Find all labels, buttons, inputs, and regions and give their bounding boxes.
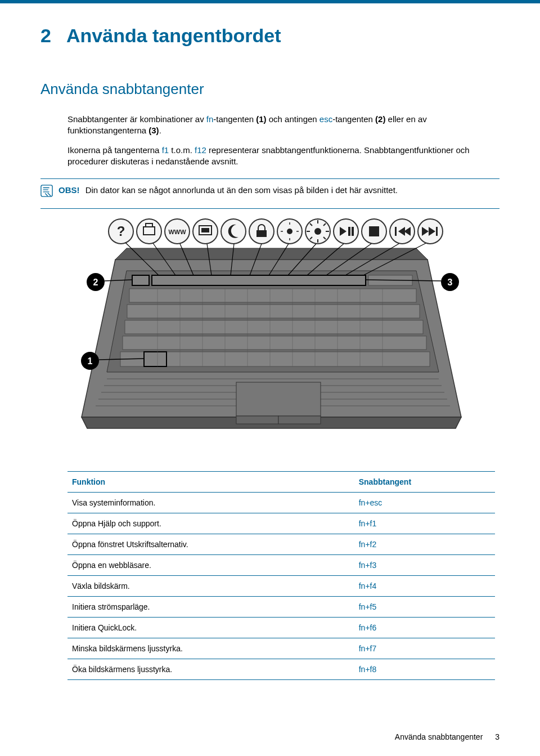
svg-rect-12 <box>278 416 321 424</box>
callout-1: 1 <box>88 356 93 366</box>
icon-bubble-row: ? WWW <box>109 219 443 244</box>
p2-f1-key: f1 <box>162 145 169 155</box>
table-row: Visa systeminformation.fn+esc <box>68 493 495 513</box>
cell-hotkey: fn+f8 <box>354 659 495 680</box>
table-header-function: Funktion <box>68 472 354 493</box>
svg-rect-18 <box>129 289 416 302</box>
section-heading: Använda snabbtangenter <box>40 80 500 98</box>
cell-function: Öppna fönstret Utskriftsalternativ. <box>68 534 354 555</box>
p1-ref-3: (3) <box>148 126 159 135</box>
cell-function: Öppna Hjälp och support. <box>68 513 354 534</box>
note-body: Din dator kan se något annorlunda ut än … <box>86 185 398 195</box>
p2-text-a: Ikonerna på tangenterna <box>68 145 162 155</box>
note-top-rule <box>40 178 500 179</box>
note-bottom-rule <box>40 208 500 209</box>
svg-point-37 <box>137 219 161 244</box>
p2-f12-key: f12 <box>195 145 206 155</box>
cell-hotkey: fn+f3 <box>354 555 495 576</box>
svg-rect-21 <box>123 336 426 350</box>
p1-esc-key: esc <box>320 114 332 124</box>
page-content: 2 Använda tangentbordet Använda snabbtan… <box>0 3 540 680</box>
svg-rect-73 <box>395 227 397 236</box>
svg-rect-13 <box>132 275 149 285</box>
p2-text-b: t.o.m. <box>169 145 195 155</box>
svg-rect-77 <box>436 227 438 236</box>
p1-fn-key: fn <box>206 114 214 124</box>
table-row: Öppna Hjälp och support.fn+f1 <box>68 513 495 534</box>
cell-hotkey: fn+esc <box>354 493 495 513</box>
svg-rect-69 <box>369 226 379 236</box>
svg-rect-67 <box>352 227 354 236</box>
chapter-heading: 2 Använda tangentbordet <box>40 25 500 47</box>
svg-rect-14 <box>152 275 366 285</box>
table-row: Öka bildskärmens ljusstyrka.fn+f8 <box>68 659 495 680</box>
cell-function: Initiera strömsparläge. <box>68 597 354 618</box>
cell-function: Öka bildskärmens ljusstyrka. <box>68 659 354 680</box>
p1-ref-1: (1) <box>256 114 266 124</box>
p1-ref-2: (2) <box>375 114 385 124</box>
table-header-hotkey: Snabbtangent <box>354 472 495 493</box>
svg-text:?: ? <box>117 223 125 239</box>
svg-marker-3 <box>115 248 428 260</box>
cell-function: Visa systeminformation. <box>68 493 354 513</box>
p1-text-a: Snabbtangenter är kombinationer av <box>68 114 206 124</box>
svg-rect-19 <box>127 305 420 318</box>
p1-text-d: -tangenten <box>332 114 375 124</box>
table-row: Initiera QuickLock.fn+f6 <box>68 618 495 638</box>
p1-text-f: . <box>159 126 161 135</box>
svg-point-55 <box>314 228 321 235</box>
page-footer: Använda snabbtangenter 3 <box>395 732 500 741</box>
note-icon <box>40 185 53 197</box>
table-row: Växla bildskärm.fn+f4 <box>68 576 495 597</box>
cell-hotkey: fn+f5 <box>354 597 495 618</box>
table-row: Initiera strömsparläge.fn+f5 <box>68 597 495 618</box>
table-row: Öppna en webbläsare.fn+f3 <box>68 555 495 576</box>
keyboard-diagram: ? WWW <box>68 214 500 451</box>
cell-hotkey: fn+f2 <box>354 534 495 555</box>
svg-rect-20 <box>125 320 423 334</box>
callout-3: 3 <box>448 278 453 287</box>
note-text-container: OBS! Din dator kan se något annorlunda u… <box>58 185 398 196</box>
cell-hotkey: fn+f1 <box>354 513 495 534</box>
svg-rect-11 <box>236 416 278 424</box>
svg-rect-10 <box>236 382 321 416</box>
p1-text-c: och antingen <box>267 114 320 124</box>
note-label: OBS! <box>58 185 80 195</box>
table-row: Minska bildskärmens ljusstyrka.fn+f7 <box>68 638 495 659</box>
svg-rect-47 <box>256 230 267 237</box>
hotkey-table: Funktion Snabbtangent Visa systeminforma… <box>68 471 495 680</box>
svg-rect-44 <box>201 228 209 232</box>
cell-function: Minska bildskärmens ljusstyrka. <box>68 638 354 659</box>
chapter-title: Använda tangentbordet <box>66 25 281 46</box>
svg-rect-66 <box>348 227 350 236</box>
cell-function: Växla bildskärm. <box>68 576 354 597</box>
footer-section-title: Använda snabbtangenter <box>395 732 483 741</box>
cell-hotkey: fn+f7 <box>354 638 495 659</box>
body-paragraph-1: Snabbtangenter är kombinationer av fn-ta… <box>68 114 500 167</box>
chapter-number: 2 <box>40 25 51 46</box>
svg-point-45 <box>221 219 246 244</box>
callout-2: 2 <box>93 278 98 287</box>
svg-text:WWW: WWW <box>168 229 186 235</box>
cell-function: Initiera QuickLock. <box>68 618 354 638</box>
cell-hotkey: fn+f6 <box>354 618 495 638</box>
cell-hotkey: fn+f4 <box>354 576 495 597</box>
footer-page-number: 3 <box>495 732 500 741</box>
p1-text-b: -tangenten <box>213 114 256 124</box>
cell-function: Öppna en webbläsare. <box>68 555 354 576</box>
svg-point-49 <box>287 229 292 234</box>
note-row: OBS! Din dator kan se något annorlunda u… <box>40 185 500 197</box>
table-row: Öppna fönstret Utskriftsalternativ.fn+f2 <box>68 534 495 555</box>
